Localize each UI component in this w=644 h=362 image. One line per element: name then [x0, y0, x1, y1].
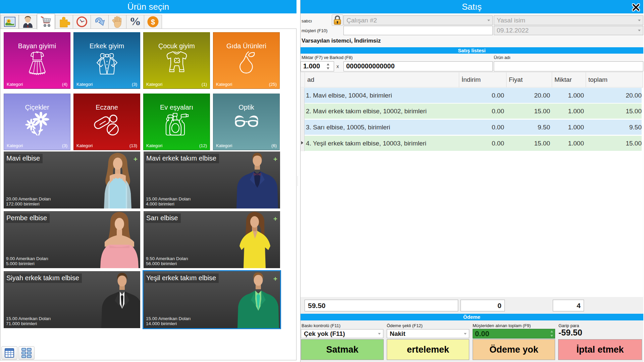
- svg-text:$: $: [151, 18, 155, 26]
